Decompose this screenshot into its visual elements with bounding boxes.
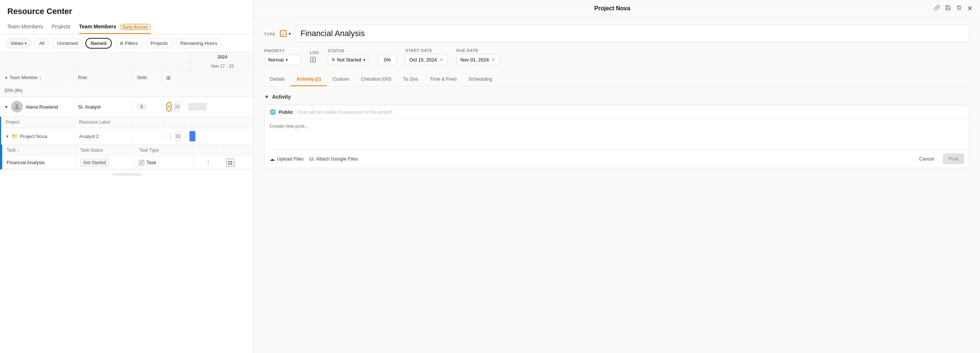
percent-input[interactable] bbox=[378, 54, 396, 65]
log-label: LOG bbox=[310, 50, 319, 55]
horizontal-scrollbar[interactable] bbox=[112, 173, 142, 176]
log-icon-container[interactable] bbox=[310, 56, 319, 63]
task-col-headers: Task ↓ Task Status Task Type bbox=[1, 145, 253, 156]
save-icon[interactable] bbox=[945, 5, 951, 12]
table-area: 2024 Nov 17 - 23 ▼ Team Member ↓ Role Sk… bbox=[0, 53, 253, 353]
svg-point-0 bbox=[16, 104, 18, 107]
svg-rect-4 bbox=[178, 107, 179, 109]
post-textarea[interactable] bbox=[264, 119, 969, 149]
filters-button[interactable]: ⚙ Filters bbox=[115, 38, 143, 48]
all-filter-button[interactable]: All bbox=[34, 38, 49, 48]
right-body: TYPE ✓ ▾ PRIORITY Normal ▾ LOG bbox=[254, 17, 980, 353]
file-actions: ☁ Upload Files ⛁ Attach Google Files bbox=[270, 156, 358, 162]
tab-activity[interactable]: Activity (1) bbox=[291, 72, 327, 86]
role-col-header: Role bbox=[73, 71, 132, 84]
not-started-badge: Not Started bbox=[80, 159, 109, 167]
top-tabs: Team Members Projects Team Members Early… bbox=[0, 20, 253, 34]
status-value: Not Started bbox=[337, 57, 361, 62]
member-expand-icon[interactable]: ▼ bbox=[5, 105, 8, 109]
filter-bar: Views ▾ All Unnamed Named ⚙ Filters Proj… bbox=[0, 34, 253, 53]
remaining-hours-button[interactable]: Remaining Hours bbox=[175, 38, 222, 48]
open-panel-icon[interactable]: ⊡ bbox=[226, 159, 234, 167]
start-date-input[interactable]: Oct 15, 2024 ✕ bbox=[406, 54, 447, 65]
skills-col-header: Skills bbox=[132, 71, 162, 84]
named-filter-button[interactable]: Named bbox=[85, 38, 111, 49]
attach-google-button[interactable]: ⛁ Attach Google Files bbox=[309, 156, 358, 162]
priority-select[interactable]: Normal ▾ bbox=[264, 54, 301, 65]
post-button[interactable]: Post bbox=[943, 153, 964, 164]
task-type-cell: ✓ Task bbox=[135, 156, 194, 169]
public-placeholder: Post will be visible to everyone in this… bbox=[298, 109, 392, 115]
meta-row: PRIORITY Normal ▾ LOG STATUS Not Started bbox=[264, 48, 970, 65]
resource-label-col-header: Resource Label bbox=[75, 117, 134, 128]
unnamed-filter-button[interactable]: Unnamed bbox=[52, 38, 83, 48]
post-header: 🌐 Public Post will be visible to everyon… bbox=[264, 105, 969, 119]
folder-icon: 📁 bbox=[11, 133, 18, 139]
post-buttons: Cancel Post bbox=[913, 153, 964, 164]
tab-checklist[interactable]: Checklist (0/0) bbox=[355, 72, 397, 86]
cancel-button[interactable]: Cancel bbox=[913, 153, 940, 164]
task-type-col-header: Task Type bbox=[135, 145, 194, 156]
member-row: ▼ Alana Rowland Sr. Analyst 6 + bbox=[0, 97, 253, 117]
project-more-icon[interactable]: ⋮ bbox=[167, 133, 173, 140]
trash-icon[interactable] bbox=[956, 5, 962, 12]
type-row: TYPE ✓ ▾ bbox=[264, 25, 970, 42]
activity-collapse-icon[interactable]: ▼ bbox=[264, 94, 269, 100]
task-status-col-header: Task Status bbox=[76, 145, 135, 156]
percent-label bbox=[378, 49, 396, 53]
box-icon-button[interactable] bbox=[175, 102, 180, 111]
week-header: Nov 17 - 23 bbox=[191, 62, 253, 71]
type-label: TYPE bbox=[264, 32, 275, 37]
status-group: STATUS Not Started ▾ bbox=[328, 49, 369, 65]
tab-details[interactable]: Details bbox=[264, 72, 291, 86]
detail-tabs: Details Activity (1) Custom Checklist (0… bbox=[264, 72, 970, 86]
task-col-header: Task ↓ bbox=[2, 145, 76, 156]
project-expand-icon[interactable]: ▼ bbox=[6, 134, 9, 138]
tab-team-members[interactable]: Team Members bbox=[7, 20, 43, 34]
task-sort-icon[interactable]: ↓ bbox=[17, 148, 19, 152]
google-drive-icon: ⛁ bbox=[309, 156, 314, 162]
tab-time-fees[interactable]: Time & Fees bbox=[424, 72, 463, 86]
type-chevron-icon: ▾ bbox=[289, 32, 291, 36]
due-date-value: Nov 01, 2024 bbox=[461, 57, 489, 62]
percent-group bbox=[378, 49, 396, 65]
resource-label-cell: Analyst 2 bbox=[75, 130, 134, 143]
svg-rect-6 bbox=[178, 135, 180, 136]
due-date-group: DUE DATE Nov 01, 2024 ✕ bbox=[457, 48, 500, 65]
project-gantt-cell bbox=[185, 128, 253, 144]
log-group: LOG bbox=[310, 50, 319, 63]
gantt-bar bbox=[188, 103, 207, 110]
status-select[interactable]: Not Started ▾ bbox=[328, 54, 369, 65]
clear-due-date-icon[interactable]: ✕ bbox=[491, 57, 496, 62]
project-box-icon[interactable] bbox=[175, 132, 181, 141]
start-date-label: START DATE bbox=[406, 48, 447, 53]
gantt-cell bbox=[184, 100, 253, 113]
task-title-input[interactable] bbox=[295, 25, 970, 42]
avatar bbox=[11, 101, 23, 113]
project-actions-header bbox=[163, 117, 185, 128]
task-more-icon[interactable]: ⋮ bbox=[205, 159, 211, 166]
task-actions-header bbox=[194, 145, 223, 156]
tab-custom[interactable]: Custom bbox=[327, 72, 355, 86]
upload-files-button[interactable]: ☁ Upload Files bbox=[270, 156, 304, 162]
due-date-input[interactable]: Nov 01, 2024 ✕ bbox=[457, 54, 500, 65]
views-button[interactable]: Views ▾ bbox=[6, 38, 31, 48]
tab-scheduling[interactable]: Scheduling bbox=[463, 72, 498, 86]
project-col-header: Project bbox=[1, 117, 75, 128]
projects-filter-button[interactable]: Projects bbox=[146, 38, 173, 48]
tab-projects[interactable]: Projects bbox=[51, 20, 70, 34]
member-name-cell: ▼ Alana Rowland bbox=[0, 97, 73, 116]
sort-icon[interactable]: ↓ bbox=[39, 75, 41, 80]
link-icon[interactable] bbox=[934, 5, 940, 12]
tab-team-members-named[interactable]: Team Members Early Access bbox=[79, 20, 151, 34]
scrollbar-area bbox=[0, 169, 253, 179]
svg-rect-2 bbox=[178, 105, 179, 107]
expand-icon[interactable]: ▼ bbox=[5, 76, 8, 80]
type-selector[interactable]: ✓ ▾ bbox=[280, 30, 291, 37]
layout-icon[interactable]: ⊞ bbox=[166, 75, 171, 81]
close-icon[interactable]: ✕ bbox=[967, 5, 973, 13]
tab-todos[interactable]: To Dos bbox=[397, 72, 424, 86]
add-button[interactable]: + bbox=[166, 102, 172, 112]
right-header: Project Nova ✕ bbox=[254, 0, 980, 17]
clear-start-date-icon[interactable]: ✕ bbox=[439, 57, 444, 62]
